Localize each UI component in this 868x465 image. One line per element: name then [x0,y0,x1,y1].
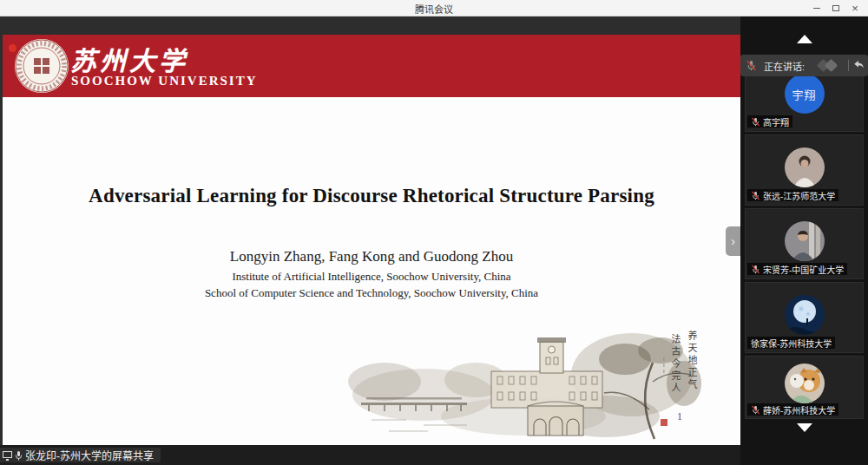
avatar-initials: 宇翔 [792,86,816,102]
close-icon: × [852,2,858,15]
campus-painting-image [345,330,703,442]
tencent-meeting-window: 腾讯会议 × 苏州大学 SOOCHOW UNIVERSITY Adversari… [0,0,868,465]
window-controls: × [807,0,865,16]
scroll-up-icon[interactable] [797,35,812,43]
share-label: 张龙印-苏州大学的屏幕共享 [25,448,154,462]
motto-left-column: 法古今完人 [668,334,682,395]
slide-affiliation-1: Institute of Artificial Intelligence, So… [3,270,740,284]
muted-mic-icon [751,191,760,200]
avatar [785,221,825,261]
screen-share-indicator: 张龙印-苏州大学的屏幕共享 [0,448,161,462]
muted-mic-icon [751,117,760,127]
screen-share-icon [3,451,12,458]
participant-name: 张远-江苏师范大学 [763,189,835,202]
slide-authors: Longyin Zhang, Fang Kong and Guodong Zho… [3,248,740,265]
participant-name-chip: 徐家保-苏州科技大学 [747,337,835,349]
university-seal-logo [14,38,69,94]
share-audio-icon [15,450,23,461]
bottom-status-bar: 张龙印-苏州大学的屏幕共享 [0,445,740,465]
university-name-english: SOOCHOW UNIVERSITY [71,74,258,88]
window-titlebar: 腾讯会议 × [0,0,868,16]
avatar [785,363,825,403]
avatar [785,147,825,187]
speaking-indicator-bar: 正在讲话: [740,55,868,76]
muted-mic-icon [746,60,757,71]
meeting-logo-icon [817,61,843,71]
university-name-chinese: 苏州大学 [70,40,188,78]
avatar-image [785,295,825,335]
avatar: 宇翔 [785,74,825,114]
minimize-icon [813,8,820,9]
slide-title: Adversarial Learning for Discourse Rheto… [3,185,740,207]
slide-affiliation-2: School of Computer Science and Technolog… [3,286,740,300]
collapse-panel-icon: › [731,234,735,248]
participant-name-chip: 高宇翔 [747,115,792,128]
close-button[interactable]: × [845,0,865,16]
restore-button[interactable] [826,0,845,16]
participant-name-chip: 宋贤芳-中国矿业大学 [747,263,847,275]
motto-right-column: 养天地正气 [685,331,699,391]
participant-tile[interactable]: 徐家保-苏州科技大学 [745,282,864,353]
reply-arrow-icon[interactable] [853,60,865,69]
participant-name-chip: 薛娇-苏州科技大学 [747,403,838,416]
divider [848,60,849,71]
avatar-image [785,221,825,261]
minimize-button[interactable] [807,0,826,16]
participants-sidebar: 宇翔 高宇翔 张远-江苏师范大学 [740,16,868,465]
participant-name: 徐家保-苏州科技大学 [751,337,832,350]
participant-name: 宋贤芳-中国矿业大学 [763,263,844,276]
avatar-image [785,147,825,187]
restore-icon [832,5,839,11]
participant-name: 薛娇-苏州科技大学 [763,403,835,416]
scroll-down-icon[interactable] [797,423,812,432]
window-title: 腾讯会议 [0,2,868,16]
participant-name-chip: 张远-江苏师范大学 [747,189,838,201]
avatar-image [785,363,825,403]
avatar [785,295,825,335]
slide-banner: 苏州大学 SOOCHOW UNIVERSITY [3,35,740,97]
presentation-slide: Adversarial Learning for Discourse Rheto… [3,97,740,445]
participant-tile[interactable]: 张远-江苏师范大学 [745,134,864,206]
painting-seal-stamp [661,419,667,426]
campus-ink-painting: 养天地正气 法古今完人 1 [345,330,703,442]
participant-name: 高宇翔 [763,115,789,128]
sidebar-collapse-handle[interactable]: › [726,226,740,256]
speaking-label: 正在讲话: [764,59,805,73]
participant-tile[interactable]: 薛娇-苏州科技大学 [745,356,864,419]
muted-mic-icon [751,265,760,274]
slide-page-number: 1 [677,410,682,423]
muted-mic-icon [751,405,760,415]
participant-tile[interactable]: 宋贤芳-中国矿业大学 [745,208,864,279]
